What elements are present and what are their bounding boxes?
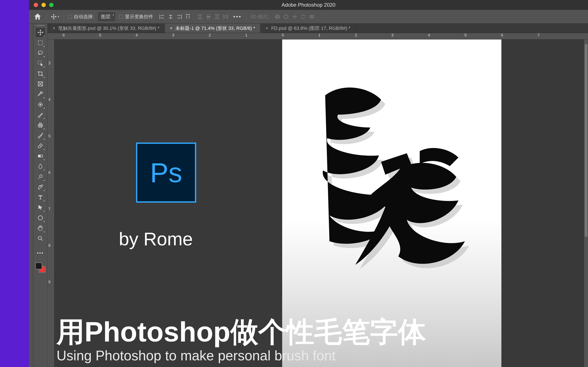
svg-point-9	[40, 104, 41, 105]
align-center-h-icon[interactable]	[167, 14, 174, 20]
auto-select-checkbox[interactable]: 自动选择:	[68, 14, 94, 20]
window-titlebar: Adobe Photoshop 2020	[29, 0, 588, 10]
eyedropper-tool[interactable]	[36, 90, 45, 99]
svg-point-13	[38, 216, 43, 220]
align-right-icon[interactable]	[176, 14, 182, 20]
eraser-tool[interactable]	[36, 141, 45, 150]
gradient-tool[interactable]	[36, 151, 45, 160]
zoom-3d-icon	[309, 14, 315, 20]
tab-label: FD.psd @ 63.8% (图层 17, RGB/8#) *	[271, 25, 350, 32]
svg-rect-11	[38, 155, 40, 157]
divider	[246, 12, 246, 21]
color-swatches[interactable]	[35, 263, 45, 273]
home-button[interactable]	[33, 12, 42, 21]
document-tab[interactable]: × 未标题-1 @ 71.4% (形状 33, RGB/8) *	[165, 24, 260, 33]
divider	[46, 12, 46, 21]
blur-tool[interactable]	[36, 162, 45, 171]
document-tab[interactable]: × 笔触矢量图形.psd @ 30.1% (形状 33, RGB/8#) *	[47, 24, 165, 33]
show-transform-checkbox[interactable]: 显示变换控件	[119, 14, 153, 20]
svg-rect-5	[38, 41, 43, 45]
options-bar: ▾ 自动选择: 图层 显示变换控件 •••	[29, 10, 588, 24]
window-close-button[interactable]	[34, 3, 38, 7]
edit-toolbar-button[interactable]: •••	[36, 249, 45, 258]
distribute-bottom-icon[interactable]	[214, 14, 220, 20]
dodge-tool[interactable]	[36, 172, 45, 181]
presenter-sidebar	[0, 0, 29, 367]
svg-rect-3	[310, 16, 314, 18]
divider	[64, 12, 64, 21]
close-icon[interactable]: ×	[170, 26, 173, 31]
distribute-left-icon[interactable]	[222, 14, 229, 20]
close-icon[interactable]: ×	[266, 26, 268, 31]
svg-point-12	[40, 175, 42, 177]
type-tool[interactable]	[36, 193, 45, 202]
move-tool-indicator[interactable]: ▾	[51, 14, 59, 20]
chevron-down-icon: ▾	[58, 15, 59, 19]
align-left-icon[interactable]	[159, 14, 165, 20]
scrollbar-thumb[interactable]	[585, 44, 587, 237]
tab-label: 未标题-1 @ 71.4% (形状 33, RGB/8) *	[175, 25, 255, 32]
clone-stamp-tool[interactable]	[36, 121, 45, 130]
close-icon[interactable]: ×	[53, 26, 55, 31]
author-credit: by Rome	[119, 228, 193, 250]
window-minimize-button[interactable]	[42, 3, 46, 7]
move-tool[interactable]	[36, 28, 45, 37]
pan-3d-icon	[291, 14, 298, 20]
spot-heal-tool[interactable]	[36, 100, 45, 109]
orbit-3d-icon	[274, 14, 281, 20]
svg-point-0	[276, 15, 279, 19]
document-tab[interactable]: × FD.psd @ 63.8% (图层 17, RGB/8#) *	[260, 24, 356, 33]
tab-label: 笔触矢量图形.psd @ 30.1% (形状 33, RGB/8#) *	[58, 25, 159, 32]
tools-panel: •••	[33, 24, 47, 367]
vertical-scrollbar[interactable]	[584, 40, 588, 367]
slide-3d-icon	[300, 14, 306, 20]
align-top-icon[interactable]	[185, 14, 191, 20]
collapsed-panel-left[interactable]	[29, 24, 33, 367]
pen-tool[interactable]	[36, 183, 45, 192]
shape-tool[interactable]	[36, 213, 45, 222]
distribute-center-v-icon[interactable]	[205, 14, 212, 20]
hand-tool[interactable]	[36, 224, 45, 233]
history-brush-tool[interactable]	[36, 131, 45, 140]
svg-point-14	[38, 236, 42, 240]
distribute-top-icon[interactable]	[197, 14, 203, 20]
calligraphy-artwork	[299, 78, 484, 284]
frame-tool[interactable]	[36, 79, 45, 88]
brush-tool[interactable]	[36, 110, 45, 119]
foreground-color-swatch[interactable]	[35, 263, 42, 269]
artboard	[282, 40, 502, 367]
document-tabs: × 笔触矢量图形.psd @ 30.1% (形状 33, RGB/8#) * ×…	[47, 24, 588, 33]
app-title: Adobe Photoshop 2020	[282, 2, 336, 8]
vertical-ruler[interactable]: 3 4 5 6 7 8 9	[47, 40, 54, 367]
lasso-tool[interactable]	[36, 49, 45, 58]
more-options-icon[interactable]: •••	[233, 13, 242, 20]
roll-3d-icon	[283, 14, 289, 20]
crop-tool[interactable]	[36, 69, 45, 78]
svg-point-1	[276, 16, 279, 17]
quick-select-tool[interactable]	[36, 59, 45, 68]
zoom-tool[interactable]	[36, 234, 45, 243]
panel-grip[interactable]	[36, 25, 44, 26]
path-select-tool[interactable]	[36, 203, 45, 212]
window-zoom-button[interactable]	[49, 3, 53, 7]
marquee-tool[interactable]	[36, 38, 45, 47]
3d-mode-label: 3D 模式:	[250, 14, 268, 20]
photoshop-logo: Ps	[136, 142, 196, 203]
auto-select-target-dropdown[interactable]: 图层	[98, 12, 115, 21]
document-canvas[interactable]: Ps by Rome	[54, 40, 584, 367]
svg-point-4	[311, 16, 312, 17]
horizontal-ruler[interactable]: 6 5 4 3 2 1 0 1 2 3 4 5 6 7	[47, 33, 588, 40]
